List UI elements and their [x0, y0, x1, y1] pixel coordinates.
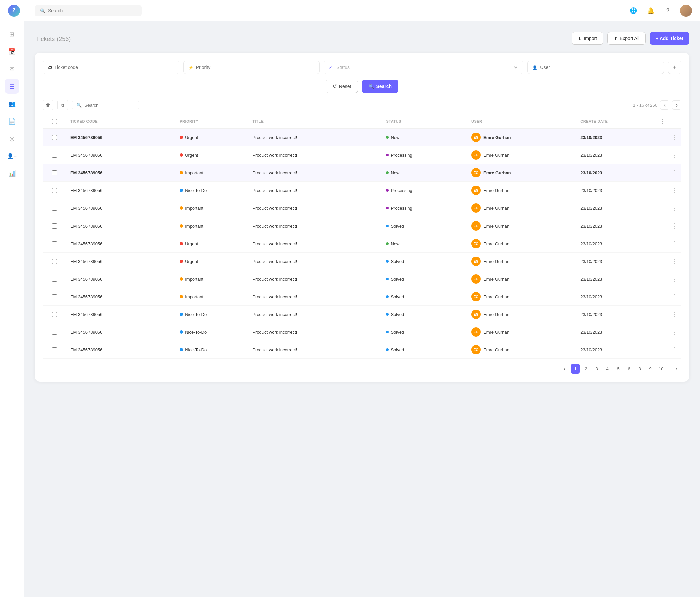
- status-select[interactable]: Status New Processing Solved: [335, 65, 518, 71]
- row-checkbox-2[interactable]: [52, 170, 57, 175]
- table-row[interactable]: EM 3456789056 Urgent Product work incorr…: [43, 235, 681, 253]
- row-menu-button[interactable]: ⋮: [659, 311, 677, 318]
- row-menu-cell[interactable]: ⋮: [656, 199, 681, 217]
- row-menu-cell[interactable]: ⋮: [656, 217, 681, 235]
- row-menu-button[interactable]: ⋮: [659, 293, 677, 300]
- row-menu-cell[interactable]: ⋮: [656, 323, 681, 341]
- ticket-code-filter[interactable]: [43, 61, 179, 74]
- sidebar-item-doc[interactable]: [5, 114, 19, 128]
- user-filter[interactable]: [527, 61, 664, 74]
- row-menu-button[interactable]: ⋮: [659, 257, 677, 265]
- table-row[interactable]: EM 3456789056 Nice-To-Do Product work in…: [43, 323, 681, 341]
- reset-button[interactable]: Reset: [326, 79, 358, 93]
- row-menu-cell[interactable]: ⋮: [656, 146, 681, 164]
- row-checkbox-10[interactable]: [52, 312, 57, 317]
- search-button[interactable]: Search: [362, 79, 398, 93]
- table-row[interactable]: EM 3456789056 Urgent Product work incorr…: [43, 253, 681, 270]
- row-menu-cell[interactable]: ⋮: [656, 164, 681, 182]
- row-checkbox-8[interactable]: [52, 277, 57, 282]
- prev-page-button[interactable]: [660, 100, 669, 109]
- page-btn-4[interactable]: 4: [603, 364, 612, 373]
- sidebar-item-calendar[interactable]: [5, 44, 19, 59]
- row-menu-cell[interactable]: ⋮: [656, 270, 681, 288]
- row-menu-button[interactable]: ⋮: [659, 169, 677, 176]
- sidebar-item-list[interactable]: [5, 79, 19, 94]
- table-row[interactable]: EM 3456789056 Urgent Product work incorr…: [43, 146, 681, 164]
- row-checkbox-0[interactable]: [52, 135, 57, 140]
- sidebar-item-person-plus[interactable]: [5, 148, 19, 163]
- page-next-button[interactable]: [672, 364, 681, 373]
- table-row[interactable]: EM 3456789056 Important Product work inc…: [43, 288, 681, 306]
- table-row[interactable]: EM 3456789056 Important Product work inc…: [43, 199, 681, 217]
- table-search-bar[interactable]: [72, 100, 139, 110]
- user-input[interactable]: [540, 65, 659, 70]
- page-btn-8[interactable]: 8: [635, 364, 644, 373]
- add-ticket-button[interactable]: + Add Ticket: [650, 32, 689, 45]
- row-menu-cell[interactable]: ⋮: [656, 253, 681, 270]
- row-menu-button[interactable]: ⋮: [659, 204, 677, 212]
- page-btn-6[interactable]: 6: [624, 364, 633, 373]
- sidebar-item-grid[interactable]: [5, 27, 19, 42]
- copy-toolbar-button[interactable]: [57, 100, 68, 110]
- sidebar-item-mail[interactable]: [5, 61, 19, 76]
- select-all-checkbox[interactable]: [52, 119, 57, 124]
- page-btn-3[interactable]: 3: [592, 364, 601, 373]
- row-menu-button[interactable]: ⋮: [659, 346, 677, 353]
- page-prev-button[interactable]: [560, 364, 569, 373]
- row-menu-button[interactable]: ⋮: [659, 222, 677, 229]
- row-menu-cell[interactable]: ⋮: [656, 182, 681, 199]
- add-filter-button[interactable]: [668, 61, 681, 74]
- row-menu-cell[interactable]: ⋮: [656, 129, 681, 146]
- top-search-bar[interactable]: [35, 5, 142, 16]
- table-row[interactable]: EM 3456789056 Important Product work inc…: [43, 217, 681, 235]
- delete-toolbar-button[interactable]: [43, 100, 53, 110]
- user-avatar[interactable]: [680, 5, 692, 17]
- page-btn-2[interactable]: 2: [581, 364, 591, 373]
- row-menu-button[interactable]: ⋮: [659, 151, 677, 159]
- row-checkbox-11[interactable]: [52, 330, 57, 335]
- sidebar-item-target[interactable]: [5, 131, 19, 146]
- page-btn-1[interactable]: 1: [571, 364, 580, 373]
- row-menu-cell[interactable]: ⋮: [656, 306, 681, 323]
- row-checkbox-12[interactable]: [52, 347, 57, 352]
- row-checkbox-5[interactable]: [52, 224, 57, 228]
- export-button[interactable]: Export All: [607, 32, 646, 45]
- page-btn-10[interactable]: 10: [656, 364, 666, 373]
- row-menu-button[interactable]: ⋮: [659, 275, 677, 283]
- row-checkbox-3[interactable]: [52, 188, 57, 193]
- row-menu-cell[interactable]: ⋮: [656, 288, 681, 306]
- row-menu-button[interactable]: ⋮: [659, 134, 677, 141]
- bell-icon[interactable]: [645, 5, 656, 16]
- page-btn-5[interactable]: 5: [614, 364, 623, 373]
- help-icon[interactable]: [662, 5, 673, 16]
- status-filter[interactable]: Status New Processing Solved: [324, 61, 523, 74]
- table-row[interactable]: EM 3456789056 Important Product work inc…: [43, 270, 681, 288]
- row-checkbox-1[interactable]: [52, 153, 57, 158]
- row-checkbox-9[interactable]: [52, 294, 57, 299]
- search-input[interactable]: [48, 8, 136, 14]
- table-row[interactable]: EM 3456789056 Nice-To-Do Product work in…: [43, 182, 681, 199]
- priority-filter[interactable]: [183, 61, 320, 74]
- globe-icon[interactable]: [628, 5, 639, 16]
- table-row[interactable]: EM 3456789056 Urgent Product work incorr…: [43, 129, 681, 146]
- table-row[interactable]: EM 3456789056 Nice-To-Do Product work in…: [43, 341, 681, 359]
- row-menu-cell[interactable]: ⋮: [656, 341, 681, 359]
- row-checkbox-6[interactable]: [52, 241, 57, 246]
- priority-input[interactable]: [196, 65, 315, 70]
- row-menu-cell[interactable]: ⋮: [656, 235, 681, 253]
- page-btn-9[interactable]: 9: [646, 364, 655, 373]
- table-row[interactable]: EM 3456789056 Important Product work inc…: [43, 164, 681, 182]
- col-options-icon[interactable]: [659, 120, 666, 124]
- sidebar-item-report[interactable]: [5, 166, 19, 180]
- import-button[interactable]: Import: [572, 32, 603, 45]
- row-checkbox-4[interactable]: [52, 206, 57, 211]
- next-page-button[interactable]: [672, 100, 681, 109]
- table-search-input[interactable]: [84, 103, 134, 107]
- table-row[interactable]: EM 3456789056 Nice-To-Do Product work in…: [43, 306, 681, 323]
- ticket-code-input[interactable]: [54, 65, 174, 70]
- row-menu-button[interactable]: ⋮: [659, 328, 677, 336]
- sidebar-item-people[interactable]: [5, 96, 19, 111]
- row-menu-button[interactable]: ⋮: [659, 187, 677, 194]
- row-menu-button[interactable]: ⋮: [659, 240, 677, 247]
- row-checkbox-7[interactable]: [52, 259, 57, 264]
